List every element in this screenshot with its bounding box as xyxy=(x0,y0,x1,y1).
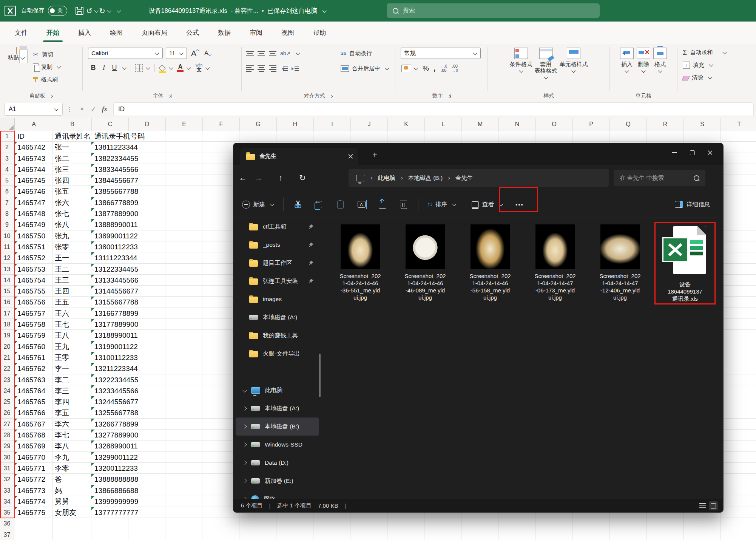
cell-name[interactable]: 李八 xyxy=(53,441,91,451)
ribbon-tab[interactable]: 插入 xyxy=(69,22,100,44)
ribbon-tab[interactable]: 页面布局 xyxy=(132,22,177,44)
column-header[interactable]: S xyxy=(684,118,721,131)
sidebar-item-drive[interactable]: 本地磁盘 (B:) xyxy=(236,417,319,436)
cell-name[interactable]: 李六 xyxy=(53,419,91,430)
select-all-corner[interactable] xyxy=(0,118,15,131)
cell-id[interactable]: 1465742 xyxy=(14,142,53,153)
cell-name[interactable]: 张七 xyxy=(53,208,91,219)
save-button[interactable] xyxy=(73,5,86,17)
cell-id[interactable]: 1465753 xyxy=(14,264,53,275)
cell-name[interactable]: 王六 xyxy=(53,308,91,319)
sidebar-item-drive[interactable]: 新加卷 (E:) xyxy=(236,472,319,490)
name-box[interactable]: A1 xyxy=(5,103,63,116)
underline-button[interactable]: U xyxy=(110,64,119,72)
sidebar-quick-item[interactable]: ctf工具箱 xyxy=(236,218,319,236)
cell-phone[interactable]: 13277889900 xyxy=(91,430,128,441)
cell-name[interactable]: 李九 xyxy=(53,452,91,463)
empty-cells[interactable] xyxy=(128,529,756,540)
cell-phone[interactable]: 13266778899 xyxy=(91,419,128,430)
row-number[interactable]: 37 xyxy=(0,529,14,540)
cell-name[interactable]: 张一 xyxy=(53,142,91,153)
cell-id[interactable]: 1465771 xyxy=(14,463,53,474)
row-number[interactable]: 36 xyxy=(0,518,14,529)
details-pane-button[interactable]: 详细信息 xyxy=(670,201,715,209)
align-top-icon[interactable] xyxy=(246,51,254,56)
row-number[interactable]: 6 xyxy=(0,186,14,197)
sheet-row-empty[interactable]: 37 xyxy=(0,529,756,540)
cell-a1[interactable]: ID xyxy=(14,131,53,142)
saved-status[interactable]: 已保存到这台电脑 xyxy=(267,7,317,15)
row-number[interactable]: 20 xyxy=(0,341,14,352)
back-button[interactable]: ← xyxy=(236,173,249,182)
file-item[interactable]: 设备 18644099137 通讯录.xls xyxy=(657,224,713,302)
cell-id[interactable]: 1465762 xyxy=(14,363,53,374)
cell-phone[interactable]: 13833445566 xyxy=(91,164,128,175)
cell-name[interactable]: 王二 xyxy=(53,264,91,275)
cell-name[interactable]: 王八 xyxy=(53,330,91,341)
cell-id[interactable]: 1465758 xyxy=(14,319,53,330)
cell-id[interactable]: 1465748 xyxy=(14,208,53,219)
cell-name[interactable]: 张三 xyxy=(53,164,91,175)
row-number[interactable]: 4 xyxy=(0,164,14,175)
cell-id[interactable]: 1465744 xyxy=(14,164,53,175)
sort-button[interactable]: ↑↓ 排序 xyxy=(422,201,461,209)
dialog-launcher-icon[interactable] xyxy=(329,94,333,98)
explorer-tab[interactable]: 金先生 xyxy=(240,148,358,165)
paste-button[interactable]: 粘贴 xyxy=(5,48,28,61)
cell-id[interactable]: 1465747 xyxy=(14,197,53,208)
cell-id[interactable]: 1465763 xyxy=(14,374,53,385)
cell-name[interactable]: 张二 xyxy=(53,153,91,164)
cell-name[interactable]: 王七 xyxy=(53,319,91,330)
dialog-launcher-icon[interactable] xyxy=(447,94,451,98)
dialog-launcher-icon[interactable] xyxy=(49,94,53,98)
wrap-text-button[interactable]: ab自动换行 xyxy=(341,48,389,59)
cell-id[interactable]: 1465765 xyxy=(14,396,53,407)
paste-button[interactable] xyxy=(330,201,351,209)
empty-cell[interactable] xyxy=(53,518,91,529)
cell-phone[interactable]: 13144556677 xyxy=(91,286,128,297)
align-left-icon[interactable] xyxy=(246,65,254,72)
row-number[interactable]: 13 xyxy=(0,264,14,275)
column-header[interactable]: M xyxy=(462,118,499,131)
refresh-button[interactable]: ↻ xyxy=(296,173,309,182)
cell-phone[interactable]: 13244556677 xyxy=(91,396,128,407)
cell-phone[interactable]: 13155667788 xyxy=(91,297,128,308)
sheet-row-empty[interactable]: 36 xyxy=(0,518,756,529)
cell-id[interactable]: 1465749 xyxy=(14,219,53,230)
details-view-toggle[interactable] xyxy=(699,503,706,508)
ribbon-tab[interactable]: 开始 xyxy=(37,22,69,44)
orientation-icon[interactable]: ab↗ xyxy=(280,50,290,56)
cell-phone[interactable]: 13844556677 xyxy=(91,175,128,186)
row-number[interactable]: 19 xyxy=(0,330,14,341)
new-button[interactable]: 新建 xyxy=(237,201,279,209)
ribbon-tab[interactable]: 帮助 xyxy=(304,22,335,44)
cell-id[interactable]: 1465754 xyxy=(14,275,53,286)
autosum-button[interactable]: Σ自动求和 xyxy=(683,48,756,57)
font-color-icon[interactable]: A xyxy=(177,64,184,72)
ribbon-tab[interactable]: 文件 xyxy=(5,22,37,44)
search-input[interactable]: 搜索 xyxy=(387,3,600,18)
empty-cells[interactable] xyxy=(128,131,756,142)
breadcrumb-this-pc[interactable]: 此电脑 xyxy=(378,174,396,182)
formula-bar-handle[interactable]: ⋮ xyxy=(66,106,73,113)
sidebar-quick-item[interactable]: 我的赚钱工具 xyxy=(236,326,319,345)
clear-button[interactable]: 清除 xyxy=(683,73,756,82)
cell-phone[interactable]: 13866778899 xyxy=(91,197,128,208)
chevron-right-icon[interactable] xyxy=(242,424,247,428)
row-number[interactable]: 17 xyxy=(0,308,14,319)
accounting-format-icon[interactable] xyxy=(401,65,411,72)
chevron-right-icon[interactable] xyxy=(242,479,247,483)
cell-id[interactable]: 1465752 xyxy=(14,252,53,263)
row-number[interactable]: 33 xyxy=(0,485,14,496)
row-number[interactable]: 18 xyxy=(0,319,14,330)
column-header[interactable]: D xyxy=(129,118,166,131)
cell-name[interactable]: 张零 xyxy=(53,241,91,252)
tab-close-icon[interactable] xyxy=(348,154,353,159)
cell-id[interactable]: 1465745 xyxy=(14,175,53,186)
cell-b1[interactable]: 通讯录姓名 xyxy=(53,131,91,142)
cell-phone[interactable]: 13188990011 xyxy=(91,330,128,341)
decrease-decimal-icon[interactable]: .00→0 xyxy=(452,64,458,73)
cell-id[interactable]: 1465761 xyxy=(14,352,53,363)
number-format-select[interactable]: 常规 xyxy=(401,48,481,59)
sidebar-quick-item[interactable]: 题目工作区 xyxy=(236,254,319,272)
